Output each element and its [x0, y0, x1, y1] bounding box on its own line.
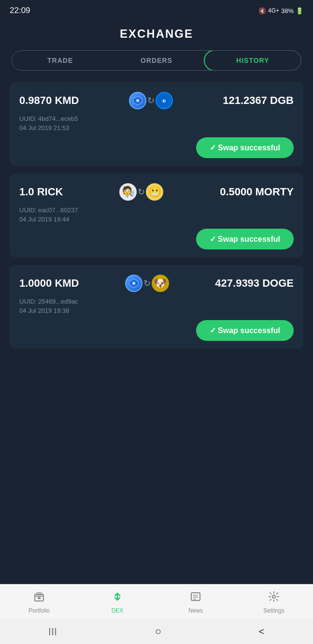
trade-icons-3: ↻ 🐶 [125, 275, 169, 292]
svg-rect-11 [38, 597, 41, 599]
trade-row-3: 1.0000 KMD ↻ 🐶 427.9393 DOGE [19, 275, 294, 292]
news-icon [190, 591, 201, 605]
swap-arrow-icon-3: ↻ [143, 278, 151, 289]
kmd-coin-icon-3 [125, 275, 142, 292]
tab-trade[interactable]: TRADE [12, 51, 108, 70]
trade-uuid-1: UUID: 4bd74...eceb5 [19, 115, 294, 122]
news-label: News [188, 607, 203, 614]
status-icons: 🔇 4G+ 38% 🔋 [258, 7, 303, 15]
trade-btn-row-1: ✓ Swap successful [19, 137, 294, 158]
tab-orders[interactable]: ORDERS [108, 51, 204, 70]
page-title: EXCHANGE [120, 27, 193, 40]
battery-indicator: 🔋 [296, 7, 303, 15]
trade-uuid-3: UUID: 25469...ed9ac [19, 298, 294, 305]
swap-success-btn-1[interactable]: ✓ Swap successful [196, 137, 294, 158]
svg-point-2 [137, 100, 139, 102]
bottom-nav: Portfolio DEX News [0, 584, 313, 619]
rick-coin-icon: 🧑‍🔬 [119, 183, 137, 201]
trade-card-2: 1.0 RICK 🧑‍🔬 ↻ 😬 0.5000 MORTY UUID: eac0… [10, 174, 303, 257]
android-menu-btn[interactable]: ||| [39, 623, 67, 640]
svg-rect-9 [35, 596, 43, 597]
signal-icon: 4G+ [268, 7, 279, 14]
status-bar: 22:09 🔇 4G+ 38% 🔋 [0, 0, 313, 19]
settings-icon [268, 591, 280, 605]
portfolio-label: Portfolio [28, 607, 50, 614]
trade-amount-left-3: 1.0000 KMD [19, 277, 79, 290]
mute-icon: 🔇 [258, 7, 266, 15]
trade-date-1: 04 Jul 2019 21:53 [19, 124, 294, 132]
trade-amount-right-2: 0.5000 MORTY [220, 186, 294, 198]
svg-text:Ð: Ð [163, 99, 166, 103]
portfolio-icon [33, 591, 45, 605]
trade-uuid-2: UUID: eac07...60237 [19, 206, 294, 214]
svg-point-7 [133, 282, 135, 284]
swap-success-btn-2[interactable]: ✓ Swap successful [196, 229, 294, 249]
trade-btn-row-2: ✓ Swap successful [19, 229, 294, 249]
trade-row-2: 1.0 RICK 🧑‍🔬 ↻ 😬 0.5000 MORTY [19, 183, 294, 201]
status-time: 22:09 [10, 6, 30, 15]
android-nav-bar: ||| ○ < [0, 619, 313, 644]
nav-settings[interactable]: Settings [257, 591, 291, 614]
android-home-btn[interactable]: ○ [145, 621, 171, 642]
kmd-coin-icon-1 [129, 92, 146, 109]
doge-coin-icon: 🐶 [152, 275, 169, 292]
trade-amount-left-1: 0.9870 KMD [19, 94, 79, 107]
svg-point-18 [272, 595, 275, 598]
trade-date-3: 04 Jul 2019 19:38 [19, 307, 294, 314]
trade-history-list: 0.9870 KMD ↻ Ð [0, 82, 313, 467]
trade-icons-2: 🧑‍🔬 ↻ 😬 [119, 183, 163, 201]
dgb-coin-icon-1: Ð [156, 92, 173, 109]
nav-dex[interactable]: DEX [100, 591, 134, 614]
nav-news[interactable]: News [179, 591, 213, 614]
dex-icon [112, 591, 123, 605]
tab-history[interactable]: HISTORY [204, 50, 301, 71]
trade-date-2: 04 Jul 2019 19:44 [19, 216, 294, 223]
android-back-btn[interactable]: < [249, 622, 274, 641]
swap-arrow-icon-1: ↻ [147, 95, 155, 106]
tab-bar: TRADE ORDERS HISTORY [12, 50, 301, 71]
trade-row-1: 0.9870 KMD ↻ Ð [19, 92, 294, 109]
battery-icon: 38% [281, 7, 294, 15]
exchange-header: EXCHANGE [0, 19, 313, 50]
trade-icons-1: ↻ Ð [129, 92, 173, 109]
trade-amount-right-3: 427.9393 DOGE [215, 277, 294, 290]
swap-success-btn-3[interactable]: ✓ Swap successful [196, 320, 294, 341]
settings-label: Settings [263, 607, 284, 614]
dex-label: DEX [112, 607, 124, 614]
trade-card-1: 0.9870 KMD ↻ Ð [10, 82, 303, 166]
swap-arrow-icon-2: ↻ [138, 187, 145, 197]
trade-card-3: 1.0000 KMD ↻ 🐶 427.9393 DOGE UUID: 25 [10, 265, 303, 349]
nav-portfolio[interactable]: Portfolio [22, 591, 56, 614]
morty-coin-icon: 😬 [146, 183, 163, 201]
trade-amount-left-2: 1.0 RICK [19, 186, 63, 198]
trade-amount-right-1: 121.2367 DGB [223, 94, 294, 107]
trade-btn-row-3: ✓ Swap successful [19, 320, 294, 341]
